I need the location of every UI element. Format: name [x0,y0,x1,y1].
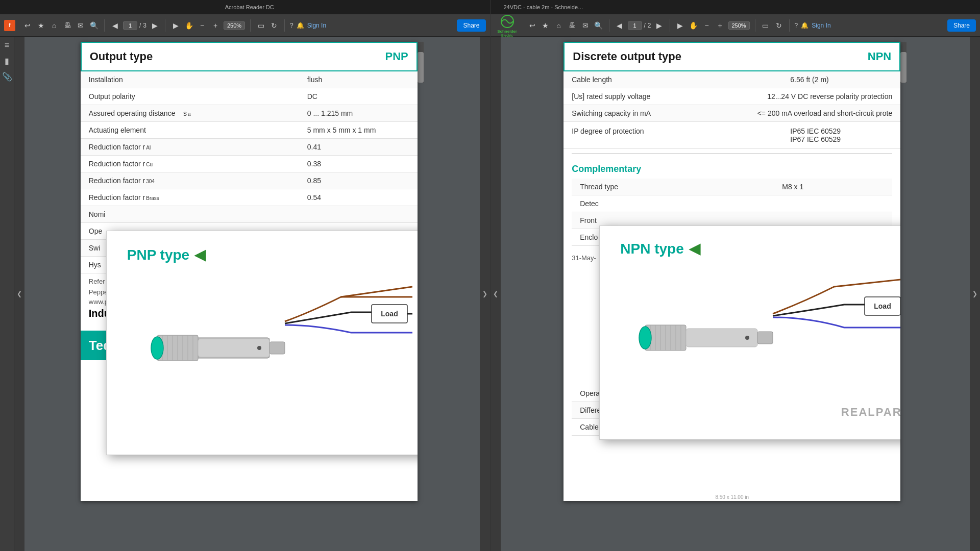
pnp-sensor-diagram: Load [107,256,418,430]
right-pdf-page: Discrete output type NPN Cable length 6.… [564,42,900,501]
page-input[interactable]: 1 [123,21,137,30]
row-installation-label: Installation [89,76,307,84]
right-zoom-in-icon[interactable]: + [715,20,725,31]
right-page-size: 8.50 x 11.00 in [715,494,749,500]
zoom-input[interactable]: 250% [224,21,245,30]
sep4 [284,19,285,32]
right-row-ip-protection-value: IP65 IEC 60529 IP67 IEC 60529 [790,127,892,143]
right-home-icon[interactable]: ⌂ [554,20,564,31]
left-nav-arrow[interactable]: ❮ [14,37,24,551]
svg-rect-27 [757,332,773,344]
right-scrollbar[interactable] [900,42,906,83]
row-reduction-brass-value: 0.54 [307,193,409,202]
svg-rect-12 [270,342,285,354]
select-icon[interactable]: ▶ [170,20,181,31]
hand-icon[interactable]: ✋ [184,20,194,31]
row-reduction-cu-label: Reduction factor rCu [89,160,307,168]
search-icon[interactable]: 🔍 [89,20,99,31]
row-installation-value: flush [307,76,409,84]
left-right-nav-arrow[interactable]: ❯ [480,37,490,551]
right-sign-in-btn[interactable]: Sign In [812,22,830,29]
left-title-bar: Acrobat Reader DC [0,0,490,14]
fit-icon[interactable]: ▭ [256,20,266,31]
sep3 [250,19,251,32]
right-row-switching-capacity-value: <= 200 mA overload and short-circuit pro… [757,109,893,117]
row-actuating-element-value: 5 mm x 5 mm x 1 mm [307,126,409,134]
right-row-cable-length-value: 6.56 ft (2 m) [790,76,892,84]
row-reduction-al: Reduction factor rAl 0.41 [81,139,418,156]
page-sep: / [139,22,141,29]
left-window-title: Acrobat Reader DC [13,4,486,10]
right-zoom-out-icon[interactable]: − [702,20,712,31]
npn-type-text: NPN type [620,241,683,257]
print-icon[interactable]: 🖶 [62,20,72,31]
right-search-icon[interactable]: 🔍 [594,20,604,31]
share-button[interactable]: Share [457,19,485,32]
pnp-type-label: PNP type ◀ [127,246,206,263]
svg-point-9 [151,337,163,359]
right-help-icon[interactable]: ? [795,22,798,29]
right-sep2 [670,19,670,32]
sidebar-nav-icon[interactable]: ≡ [5,41,9,50]
svg-text:Load: Load [874,302,891,310]
prev-page-icon[interactable]: ◀ [110,20,120,31]
right-fit-icon[interactable]: ▭ [761,20,771,31]
acrobat-logo-icon: f [4,20,15,31]
right-sep3 [755,19,755,32]
sidebar-bookmark-icon[interactable]: ▮ [5,56,9,66]
npn-type-label: NPN type ◀ [620,240,700,257]
left-pdf-page: Output type PNP Installation flush Outpu… [81,42,418,501]
right-row-supply-voltage-label: [Us] rated supply voltage [572,92,767,101]
right-bookmark-icon[interactable]: ★ [541,20,551,31]
sign-in-btn[interactable]: Sign In [307,22,326,29]
sidebar-attach-icon[interactable]: 📎 [2,72,12,82]
output-type-header: Output type PNP [81,42,418,71]
left-scrollbar-thumb[interactable] [418,52,424,83]
rotate-icon[interactable]: ↻ [269,20,279,31]
right-right-toolbar-icons: ? 🔔 Sign In [795,22,831,29]
right-prev-page-icon[interactable]: ◀ [615,20,625,31]
right-scrollbar-thumb[interactable] [900,52,906,83]
right-row-detec-label: Detec [580,199,884,208]
right-row-front-label: Front [580,216,884,224]
right-output-type-value: NPN [868,50,891,63]
right-row-supply-voltage-value: 12...24 V DC reverse polarity protection [767,92,892,101]
sep1 [104,19,105,32]
page-total: 3 [143,22,146,29]
right-back-icon[interactable]: ↩ [527,20,537,31]
pnp-diagram-svg: Load [127,266,412,419]
notification-icon[interactable]: 🔔 [297,22,304,29]
next-page-icon[interactable]: ▶ [150,20,160,31]
right-notification-icon[interactable]: 🔔 [801,22,808,29]
right-right-nav-arrow[interactable]: ❯ [970,37,980,551]
zoom-out-icon[interactable]: − [197,20,207,31]
left-scrollbar[interactable] [418,42,424,83]
help-icon[interactable]: ? [290,22,293,29]
right-page-input[interactable]: 1 [628,21,642,30]
row-installation: Installation flush [81,71,418,88]
right-row-supply-voltage: [Us] rated supply voltage 12...24 V DC r… [564,88,900,105]
home-icon[interactable]: ⌂ [49,20,59,31]
right-toolbar: Schneider Electric ↩ ★ ⌂ 🖶 ✉ 🔍 ◀ 1 / 2 ▶… [491,14,981,37]
right-select-icon[interactable]: ▶ [675,20,685,31]
left-logo: f [4,20,15,31]
right-page-sep: / [644,22,646,29]
zoom-in-icon[interactable]: + [210,20,220,31]
svg-point-24 [639,327,651,349]
right-row-detec: Detec [572,195,892,212]
bookmark-icon[interactable]: ★ [36,20,46,31]
right-zoom-input[interactable]: 250% [728,21,750,30]
right-hand-icon[interactable]: ✋ [689,20,699,31]
right-row-thread-type-value: M8 x 1 [782,183,884,191]
right-rotate-icon[interactable]: ↻ [774,20,784,31]
right-email-icon[interactable]: ✉ [580,20,591,31]
right-share-button[interactable]: Share [947,19,976,32]
email-icon[interactable]: ✉ [76,20,86,31]
right-sep1 [609,19,609,32]
back-icon[interactable]: ↩ [22,20,33,31]
right-left-nav-arrow[interactable]: ❮ [491,37,501,551]
right-row-ip-protection: IP degree of protection IP65 IEC 60529 I… [564,122,900,149]
right-print-icon[interactable]: 🖶 [567,20,577,31]
row-output-polarity-label: Output polarity [89,92,307,101]
right-next-page-icon[interactable]: ▶ [654,20,665,31]
